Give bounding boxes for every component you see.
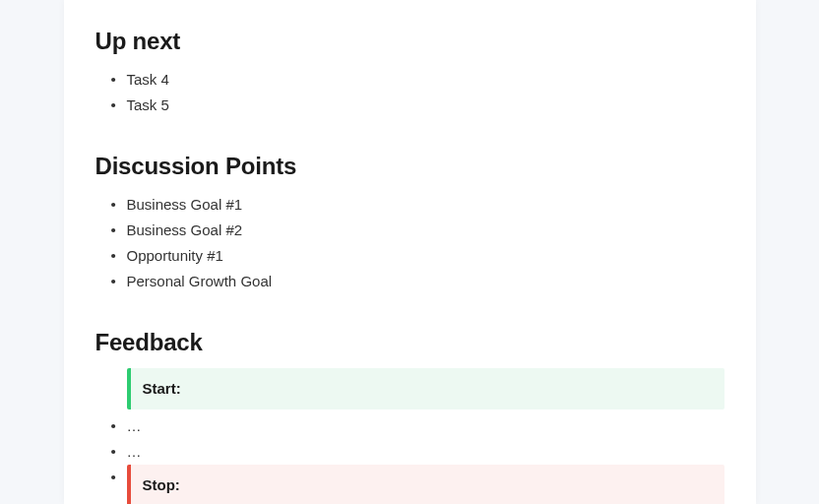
discussion-points-section: Discussion Points Business Goal #1 Busin…	[95, 153, 724, 295]
list-item: Task 4	[111, 67, 724, 93]
start-callout: Start:	[127, 368, 724, 410]
up-next-heading: Up next	[95, 28, 724, 55]
up-next-section: Up next Task 4 Task 5	[95, 28, 724, 119]
document-page: Up next Task 4 Task 5 Discussion Points …	[64, 0, 756, 504]
list-item: Opportunity #1	[111, 243, 724, 269]
feedback-section: Feedback Start: … … Stop:	[95, 329, 724, 505]
stop-callout: Stop:	[127, 465, 724, 504]
discussion-points-list: Business Goal #1 Business Goal #2 Opport…	[95, 192, 724, 295]
list-item: Business Goal #2	[111, 218, 724, 243]
feedback-start-row: Start:	[111, 368, 724, 410]
list-item: …	[111, 439, 724, 465]
list-item: Business Goal #1	[111, 192, 724, 218]
feedback-heading: Feedback	[95, 329, 724, 356]
list-item: …	[111, 413, 724, 439]
list-item: Personal Growth Goal	[111, 269, 724, 294]
discussion-points-heading: Discussion Points	[95, 153, 724, 180]
feedback-stop-row: Stop:	[111, 465, 724, 504]
up-next-list: Task 4 Task 5	[95, 67, 724, 119]
list-item: Task 5	[111, 93, 724, 118]
feedback-list: Start: … … Stop:	[95, 368, 724, 505]
